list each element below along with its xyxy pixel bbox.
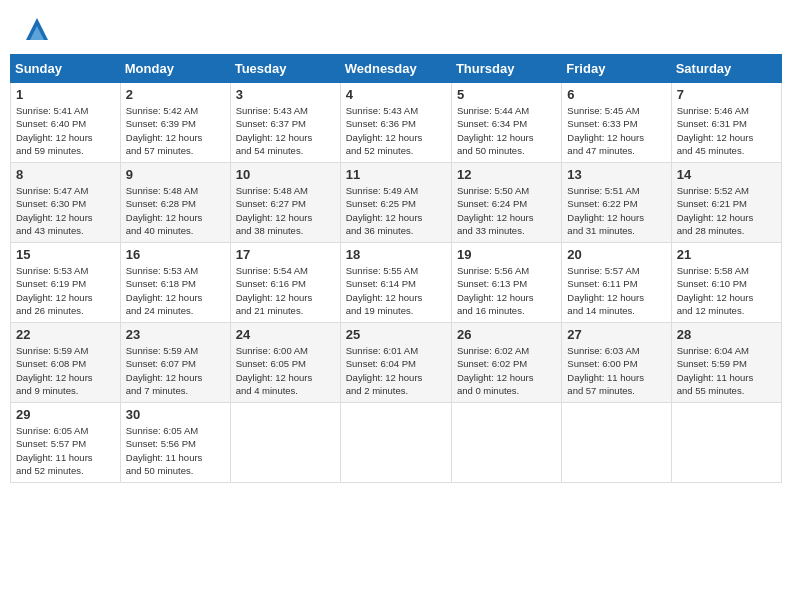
calendar-day-cell: [230, 403, 340, 483]
weekday-header: Tuesday: [230, 55, 340, 83]
day-info: Sunrise: 5:46 AMSunset: 6:31 PMDaylight:…: [677, 104, 776, 157]
logo: [18, 14, 52, 44]
day-number: 13: [567, 167, 665, 182]
day-info: Sunrise: 5:43 AMSunset: 6:37 PMDaylight:…: [236, 104, 335, 157]
calendar-day-cell: 13 Sunrise: 5:51 AMSunset: 6:22 PMDaylig…: [562, 163, 671, 243]
weekday-header: Sunday: [11, 55, 121, 83]
day-info: Sunrise: 5:57 AMSunset: 6:11 PMDaylight:…: [567, 264, 665, 317]
day-number: 26: [457, 327, 556, 342]
calendar-day-cell: 7 Sunrise: 5:46 AMSunset: 6:31 PMDayligh…: [671, 83, 781, 163]
day-number: 6: [567, 87, 665, 102]
day-number: 9: [126, 167, 225, 182]
day-info: Sunrise: 5:51 AMSunset: 6:22 PMDaylight:…: [567, 184, 665, 237]
calendar-week-row: 15 Sunrise: 5:53 AMSunset: 6:19 PMDaylig…: [11, 243, 782, 323]
day-info: Sunrise: 5:58 AMSunset: 6:10 PMDaylight:…: [677, 264, 776, 317]
day-number: 22: [16, 327, 115, 342]
calendar-day-cell: 8 Sunrise: 5:47 AMSunset: 6:30 PMDayligh…: [11, 163, 121, 243]
day-info: Sunrise: 5:59 AMSunset: 6:08 PMDaylight:…: [16, 344, 115, 397]
calendar-day-cell: 20 Sunrise: 5:57 AMSunset: 6:11 PMDaylig…: [562, 243, 671, 323]
day-info: Sunrise: 5:53 AMSunset: 6:19 PMDaylight:…: [16, 264, 115, 317]
day-number: 5: [457, 87, 556, 102]
day-number: 23: [126, 327, 225, 342]
day-info: Sunrise: 6:05 AMSunset: 5:56 PMDaylight:…: [126, 424, 225, 477]
calendar-day-cell: [451, 403, 561, 483]
day-number: 8: [16, 167, 115, 182]
calendar-day-cell: 15 Sunrise: 5:53 AMSunset: 6:19 PMDaylig…: [11, 243, 121, 323]
day-info: Sunrise: 5:59 AMSunset: 6:07 PMDaylight:…: [126, 344, 225, 397]
calendar-day-cell: 11 Sunrise: 5:49 AMSunset: 6:25 PMDaylig…: [340, 163, 451, 243]
calendar-day-cell: 14 Sunrise: 5:52 AMSunset: 6:21 PMDaylig…: [671, 163, 781, 243]
day-info: Sunrise: 5:50 AMSunset: 6:24 PMDaylight:…: [457, 184, 556, 237]
calendar-day-cell: 1 Sunrise: 5:41 AMSunset: 6:40 PMDayligh…: [11, 83, 121, 163]
day-number: 3: [236, 87, 335, 102]
weekday-header-row: SundayMondayTuesdayWednesdayThursdayFrid…: [11, 55, 782, 83]
calendar-week-row: 1 Sunrise: 5:41 AMSunset: 6:40 PMDayligh…: [11, 83, 782, 163]
weekday-header: Thursday: [451, 55, 561, 83]
calendar-day-cell: 21 Sunrise: 5:58 AMSunset: 6:10 PMDaylig…: [671, 243, 781, 323]
day-number: 28: [677, 327, 776, 342]
calendar-week-row: 22 Sunrise: 5:59 AMSunset: 6:08 PMDaylig…: [11, 323, 782, 403]
day-number: 25: [346, 327, 446, 342]
day-number: 4: [346, 87, 446, 102]
day-info: Sunrise: 5:43 AMSunset: 6:36 PMDaylight:…: [346, 104, 446, 157]
day-number: 17: [236, 247, 335, 262]
calendar-day-cell: 3 Sunrise: 5:43 AMSunset: 6:37 PMDayligh…: [230, 83, 340, 163]
day-number: 30: [126, 407, 225, 422]
day-info: Sunrise: 5:52 AMSunset: 6:21 PMDaylight:…: [677, 184, 776, 237]
day-number: 27: [567, 327, 665, 342]
calendar-day-cell: 22 Sunrise: 5:59 AMSunset: 6:08 PMDaylig…: [11, 323, 121, 403]
calendar-day-cell: 26 Sunrise: 6:02 AMSunset: 6:02 PMDaylig…: [451, 323, 561, 403]
weekday-header: Saturday: [671, 55, 781, 83]
day-number: 10: [236, 167, 335, 182]
weekday-header: Wednesday: [340, 55, 451, 83]
calendar-day-cell: 18 Sunrise: 5:55 AMSunset: 6:14 PMDaylig…: [340, 243, 451, 323]
day-number: 15: [16, 247, 115, 262]
calendar-day-cell: 9 Sunrise: 5:48 AMSunset: 6:28 PMDayligh…: [120, 163, 230, 243]
calendar-day-cell: 24 Sunrise: 6:00 AMSunset: 6:05 PMDaylig…: [230, 323, 340, 403]
calendar-day-cell: 6 Sunrise: 5:45 AMSunset: 6:33 PMDayligh…: [562, 83, 671, 163]
page-header: [10, 10, 782, 48]
day-info: Sunrise: 5:56 AMSunset: 6:13 PMDaylight:…: [457, 264, 556, 317]
day-number: 21: [677, 247, 776, 262]
calendar-day-cell: [340, 403, 451, 483]
calendar-day-cell: 10 Sunrise: 5:48 AMSunset: 6:27 PMDaylig…: [230, 163, 340, 243]
calendar-day-cell: [562, 403, 671, 483]
day-info: Sunrise: 6:02 AMSunset: 6:02 PMDaylight:…: [457, 344, 556, 397]
calendar-table: SundayMondayTuesdayWednesdayThursdayFrid…: [10, 54, 782, 483]
day-number: 2: [126, 87, 225, 102]
calendar-week-row: 29 Sunrise: 6:05 AMSunset: 5:57 PMDaylig…: [11, 403, 782, 483]
calendar-day-cell: 17 Sunrise: 5:54 AMSunset: 6:16 PMDaylig…: [230, 243, 340, 323]
day-info: Sunrise: 5:44 AMSunset: 6:34 PMDaylight:…: [457, 104, 556, 157]
calendar-week-row: 8 Sunrise: 5:47 AMSunset: 6:30 PMDayligh…: [11, 163, 782, 243]
day-info: Sunrise: 6:05 AMSunset: 5:57 PMDaylight:…: [16, 424, 115, 477]
day-info: Sunrise: 5:54 AMSunset: 6:16 PMDaylight:…: [236, 264, 335, 317]
day-info: Sunrise: 6:00 AMSunset: 6:05 PMDaylight:…: [236, 344, 335, 397]
calendar-day-cell: 29 Sunrise: 6:05 AMSunset: 5:57 PMDaylig…: [11, 403, 121, 483]
weekday-header: Friday: [562, 55, 671, 83]
day-info: Sunrise: 5:48 AMSunset: 6:27 PMDaylight:…: [236, 184, 335, 237]
calendar-day-cell: 30 Sunrise: 6:05 AMSunset: 5:56 PMDaylig…: [120, 403, 230, 483]
day-number: 11: [346, 167, 446, 182]
day-info: Sunrise: 5:47 AMSunset: 6:30 PMDaylight:…: [16, 184, 115, 237]
day-info: Sunrise: 5:48 AMSunset: 6:28 PMDaylight:…: [126, 184, 225, 237]
calendar-day-cell: 27 Sunrise: 6:03 AMSunset: 6:00 PMDaylig…: [562, 323, 671, 403]
day-info: Sunrise: 5:55 AMSunset: 6:14 PMDaylight:…: [346, 264, 446, 317]
day-number: 18: [346, 247, 446, 262]
day-info: Sunrise: 5:53 AMSunset: 6:18 PMDaylight:…: [126, 264, 225, 317]
day-number: 1: [16, 87, 115, 102]
day-info: Sunrise: 5:45 AMSunset: 6:33 PMDaylight:…: [567, 104, 665, 157]
logo-icon: [22, 14, 52, 44]
calendar-day-cell: 19 Sunrise: 5:56 AMSunset: 6:13 PMDaylig…: [451, 243, 561, 323]
day-info: Sunrise: 5:49 AMSunset: 6:25 PMDaylight:…: [346, 184, 446, 237]
day-number: 16: [126, 247, 225, 262]
calendar-day-cell: 16 Sunrise: 5:53 AMSunset: 6:18 PMDaylig…: [120, 243, 230, 323]
calendar-day-cell: 5 Sunrise: 5:44 AMSunset: 6:34 PMDayligh…: [451, 83, 561, 163]
day-number: 24: [236, 327, 335, 342]
calendar-day-cell: 12 Sunrise: 5:50 AMSunset: 6:24 PMDaylig…: [451, 163, 561, 243]
calendar-day-cell: 23 Sunrise: 5:59 AMSunset: 6:07 PMDaylig…: [120, 323, 230, 403]
calendar-day-cell: 4 Sunrise: 5:43 AMSunset: 6:36 PMDayligh…: [340, 83, 451, 163]
day-info: Sunrise: 6:03 AMSunset: 6:00 PMDaylight:…: [567, 344, 665, 397]
day-number: 19: [457, 247, 556, 262]
day-info: Sunrise: 6:04 AMSunset: 5:59 PMDaylight:…: [677, 344, 776, 397]
calendar-day-cell: 2 Sunrise: 5:42 AMSunset: 6:39 PMDayligh…: [120, 83, 230, 163]
